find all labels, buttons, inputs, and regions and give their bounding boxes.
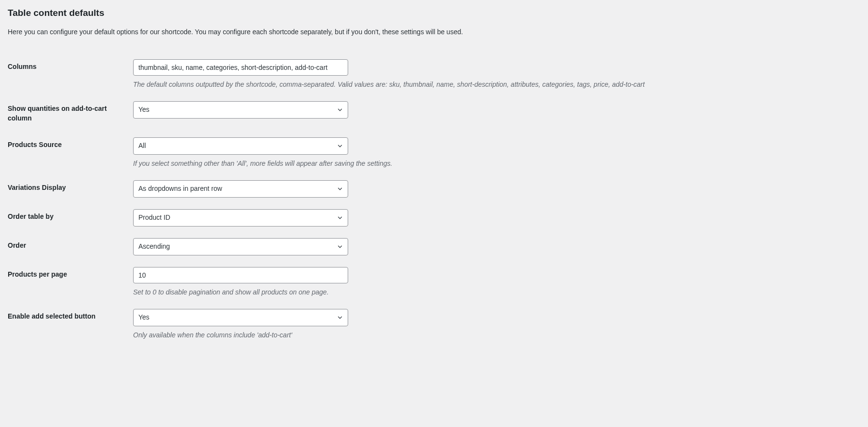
- label-order: Order: [8, 232, 133, 261]
- row-order: Order Ascending: [8, 232, 860, 261]
- settings-form-table: Columns The default columns outputted by…: [8, 53, 860, 346]
- row-order-by: Order table by Product ID: [8, 203, 860, 232]
- help-products-source: If you select something other than 'All'…: [133, 159, 855, 169]
- products-source-select[interactable]: All: [133, 137, 348, 155]
- help-columns: The default columns outputted by the sho…: [133, 80, 855, 90]
- label-enable-add-selected: Enable add selected button: [8, 303, 133, 346]
- row-columns: Columns The default columns outputted by…: [8, 53, 860, 95]
- row-enable-add-selected: Enable add selected button Yes Only avai…: [8, 303, 860, 346]
- label-products-source: Products Source: [8, 132, 133, 174]
- help-enable-add-selected: Only available when the columns include …: [133, 330, 855, 340]
- row-products-source: Products Source All If you select someth…: [8, 132, 860, 174]
- enable-add-selected-select[interactable]: Yes: [133, 309, 348, 326]
- columns-input[interactable]: [133, 59, 348, 76]
- label-columns: Columns: [8, 53, 133, 95]
- label-show-quantities: Show quantities on add-to-cart column: [8, 95, 133, 132]
- row-variations-display: Variations Display As dropdowns in paren…: [8, 174, 860, 203]
- row-show-quantities: Show quantities on add-to-cart column Ye…: [8, 95, 860, 132]
- show-quantities-select[interactable]: Yes: [133, 101, 348, 119]
- variations-display-select[interactable]: As dropdowns in parent row: [133, 180, 348, 198]
- order-select[interactable]: Ascending: [133, 238, 348, 255]
- help-products-per-page: Set to 0 to disable pagination and show …: [133, 287, 855, 297]
- section-description: Here you can configure your default opti…: [8, 27, 860, 37]
- section-title: Table content defaults: [8, 8, 860, 18]
- label-variations-display: Variations Display: [8, 174, 133, 203]
- label-products-per-page: Products per page: [8, 261, 133, 303]
- row-products-per-page: Products per page Set to 0 to disable pa…: [8, 261, 860, 303]
- order-by-select[interactable]: Product ID: [133, 209, 348, 227]
- products-per-page-input[interactable]: [133, 267, 348, 283]
- label-order-by: Order table by: [8, 203, 133, 232]
